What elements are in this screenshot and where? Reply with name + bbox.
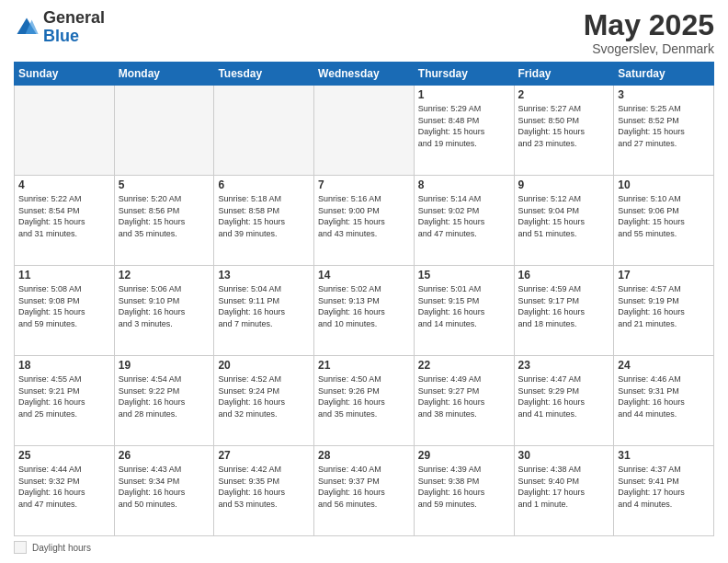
- header: General Blue May 2025 Svogerslev, Denmar…: [14, 9, 714, 56]
- day-cell-14: 14Sunrise: 5:02 AM Sunset: 9:13 PM Dayli…: [314, 266, 415, 356]
- day-info: Sunrise: 5:12 AM Sunset: 9:04 PM Dayligh…: [518, 193, 610, 239]
- day-info: Sunrise: 5:20 AM Sunset: 8:56 PM Dayligh…: [119, 193, 210, 239]
- day-number: 13: [218, 269, 310, 282]
- day-number: 7: [318, 178, 410, 191]
- day-info: Sunrise: 4:37 AM Sunset: 9:41 PM Dayligh…: [618, 464, 710, 510]
- col-header-wednesday: Wednesday: [314, 63, 415, 86]
- page: General Blue May 2025 Svogerslev, Denmar…: [0, 0, 728, 563]
- day-cell-10: 10Sunrise: 5:10 AM Sunset: 9:06 PM Dayli…: [614, 176, 714, 266]
- day-number: 6: [218, 178, 310, 191]
- day-number: 29: [418, 449, 510, 462]
- legend-label: Daylight hours: [32, 543, 91, 553]
- day-number: 21: [318, 359, 410, 372]
- day-cell-8: 8Sunrise: 5:14 AM Sunset: 9:02 PM Daylig…: [414, 176, 514, 266]
- calendar-subtitle: Svogerslev, Denmark: [584, 41, 714, 56]
- day-cell-13: 13Sunrise: 5:04 AM Sunset: 9:11 PM Dayli…: [214, 266, 314, 356]
- logo: General Blue: [14, 9, 105, 46]
- day-cell-empty-3: [314, 86, 415, 176]
- day-info: Sunrise: 4:59 AM Sunset: 9:17 PM Dayligh…: [518, 283, 610, 329]
- day-number: 16: [518, 269, 610, 282]
- day-cell-30: 30Sunrise: 4:38 AM Sunset: 9:40 PM Dayli…: [514, 446, 614, 536]
- day-cell-20: 20Sunrise: 4:52 AM Sunset: 9:24 PM Dayli…: [214, 356, 314, 446]
- day-cell-25: 25Sunrise: 4:44 AM Sunset: 9:32 PM Dayli…: [15, 446, 115, 536]
- day-cell-15: 15Sunrise: 5:01 AM Sunset: 9:15 PM Dayli…: [414, 266, 514, 356]
- day-info: Sunrise: 5:29 AM Sunset: 8:48 PM Dayligh…: [418, 103, 510, 149]
- day-info: Sunrise: 5:02 AM Sunset: 9:13 PM Dayligh…: [318, 283, 410, 329]
- day-info: Sunrise: 5:16 AM Sunset: 9:00 PM Dayligh…: [318, 193, 410, 239]
- day-cell-empty-0: [15, 86, 115, 176]
- calendar-table: SundayMondayTuesdayWednesdayThursdayFrid…: [14, 62, 714, 536]
- day-cell-31: 31Sunrise: 4:37 AM Sunset: 9:41 PM Dayli…: [614, 446, 714, 536]
- day-number: 27: [218, 449, 310, 462]
- legend-box: [14, 541, 27, 554]
- day-info: Sunrise: 4:52 AM Sunset: 9:24 PM Dayligh…: [218, 373, 310, 419]
- day-number: 11: [18, 269, 110, 282]
- day-info: Sunrise: 4:50 AM Sunset: 9:26 PM Dayligh…: [318, 373, 410, 419]
- day-cell-22: 22Sunrise: 4:49 AM Sunset: 9:27 PM Dayli…: [414, 356, 514, 446]
- day-info: Sunrise: 4:44 AM Sunset: 9:32 PM Dayligh…: [18, 464, 110, 510]
- logo-general-text: General: [43, 8, 105, 27]
- day-number: 4: [18, 178, 110, 191]
- day-info: Sunrise: 5:18 AM Sunset: 8:58 PM Dayligh…: [218, 193, 310, 239]
- col-header-friday: Friday: [514, 63, 614, 86]
- col-header-thursday: Thursday: [414, 63, 514, 86]
- day-cell-17: 17Sunrise: 4:57 AM Sunset: 9:19 PM Dayli…: [614, 266, 714, 356]
- day-cell-29: 29Sunrise: 4:39 AM Sunset: 9:38 PM Dayli…: [414, 446, 514, 536]
- day-info: Sunrise: 4:40 AM Sunset: 9:37 PM Dayligh…: [318, 464, 410, 510]
- day-info: Sunrise: 4:54 AM Sunset: 9:22 PM Dayligh…: [119, 373, 210, 419]
- day-number: 24: [618, 359, 710, 372]
- week-row-2: 4Sunrise: 5:22 AM Sunset: 8:54 PM Daylig…: [15, 176, 714, 266]
- day-info: Sunrise: 5:08 AM Sunset: 9:08 PM Dayligh…: [18, 283, 110, 329]
- title-block: May 2025 Svogerslev, Denmark: [584, 9, 714, 56]
- col-header-sunday: Sunday: [15, 63, 115, 86]
- day-number: 14: [318, 269, 410, 282]
- day-info: Sunrise: 5:01 AM Sunset: 9:15 PM Dayligh…: [418, 283, 510, 329]
- day-cell-27: 27Sunrise: 4:42 AM Sunset: 9:35 PM Dayli…: [214, 446, 314, 536]
- day-number: 26: [119, 449, 210, 462]
- legend: Daylight hours: [14, 541, 714, 554]
- day-number: 22: [418, 359, 510, 372]
- day-cell-2: 2Sunrise: 5:27 AM Sunset: 8:50 PM Daylig…: [514, 86, 614, 176]
- logo-blue-text: Blue: [43, 27, 79, 45]
- day-cell-18: 18Sunrise: 4:55 AM Sunset: 9:21 PM Dayli…: [15, 356, 115, 446]
- day-number: 8: [418, 178, 510, 191]
- day-number: 28: [318, 449, 410, 462]
- week-row-1: 1Sunrise: 5:29 AM Sunset: 8:48 PM Daylig…: [15, 86, 714, 176]
- day-number: 15: [418, 269, 510, 282]
- day-cell-24: 24Sunrise: 4:46 AM Sunset: 9:31 PM Dayli…: [614, 356, 714, 446]
- header-row: SundayMondayTuesdayWednesdayThursdayFrid…: [15, 63, 714, 86]
- day-cell-4: 4Sunrise: 5:22 AM Sunset: 8:54 PM Daylig…: [15, 176, 115, 266]
- day-info: Sunrise: 4:38 AM Sunset: 9:40 PM Dayligh…: [518, 464, 610, 510]
- calendar-title: May 2025: [584, 9, 714, 41]
- week-row-3: 11Sunrise: 5:08 AM Sunset: 9:08 PM Dayli…: [15, 266, 714, 356]
- col-header-monday: Monday: [114, 63, 214, 86]
- day-cell-21: 21Sunrise: 4:50 AM Sunset: 9:26 PM Dayli…: [314, 356, 415, 446]
- day-cell-16: 16Sunrise: 4:59 AM Sunset: 9:17 PM Dayli…: [514, 266, 614, 356]
- day-cell-28: 28Sunrise: 4:40 AM Sunset: 9:37 PM Dayli…: [314, 446, 415, 536]
- day-cell-9: 9Sunrise: 5:12 AM Sunset: 9:04 PM Daylig…: [514, 176, 614, 266]
- day-number: 18: [18, 359, 110, 372]
- day-cell-12: 12Sunrise: 5:06 AM Sunset: 9:10 PM Dayli…: [114, 266, 214, 356]
- day-number: 23: [518, 359, 610, 372]
- col-header-tuesday: Tuesday: [214, 63, 314, 86]
- day-info: Sunrise: 5:06 AM Sunset: 9:10 PM Dayligh…: [119, 283, 210, 329]
- day-number: 17: [618, 269, 710, 282]
- col-header-saturday: Saturday: [614, 63, 714, 86]
- day-number: 19: [119, 359, 210, 372]
- day-info: Sunrise: 4:43 AM Sunset: 9:34 PM Dayligh…: [119, 464, 210, 510]
- day-info: Sunrise: 4:49 AM Sunset: 9:27 PM Dayligh…: [418, 373, 510, 419]
- day-info: Sunrise: 4:46 AM Sunset: 9:31 PM Dayligh…: [618, 373, 710, 419]
- day-cell-empty-2: [214, 86, 314, 176]
- day-number: 30: [518, 449, 610, 462]
- day-cell-19: 19Sunrise: 4:54 AM Sunset: 9:22 PM Dayli…: [114, 356, 214, 446]
- day-cell-5: 5Sunrise: 5:20 AM Sunset: 8:56 PM Daylig…: [114, 176, 214, 266]
- day-cell-3: 3Sunrise: 5:25 AM Sunset: 8:52 PM Daylig…: [614, 86, 714, 176]
- day-cell-empty-1: [114, 86, 214, 176]
- day-number: 12: [119, 269, 210, 282]
- day-info: Sunrise: 4:55 AM Sunset: 9:21 PM Dayligh…: [18, 373, 110, 419]
- day-number: 20: [218, 359, 310, 372]
- day-info: Sunrise: 4:42 AM Sunset: 9:35 PM Dayligh…: [218, 464, 310, 510]
- day-info: Sunrise: 4:57 AM Sunset: 9:19 PM Dayligh…: [618, 283, 710, 329]
- day-cell-23: 23Sunrise: 4:47 AM Sunset: 9:29 PM Dayli…: [514, 356, 614, 446]
- day-cell-7: 7Sunrise: 5:16 AM Sunset: 9:00 PM Daylig…: [314, 176, 415, 266]
